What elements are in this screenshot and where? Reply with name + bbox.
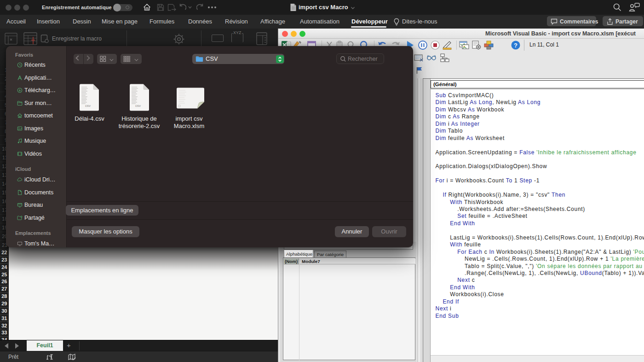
svg-text:?: ?	[514, 42, 518, 49]
svg-text:csv: csv	[135, 104, 141, 108]
svg-text:csv: csv	[85, 104, 91, 108]
